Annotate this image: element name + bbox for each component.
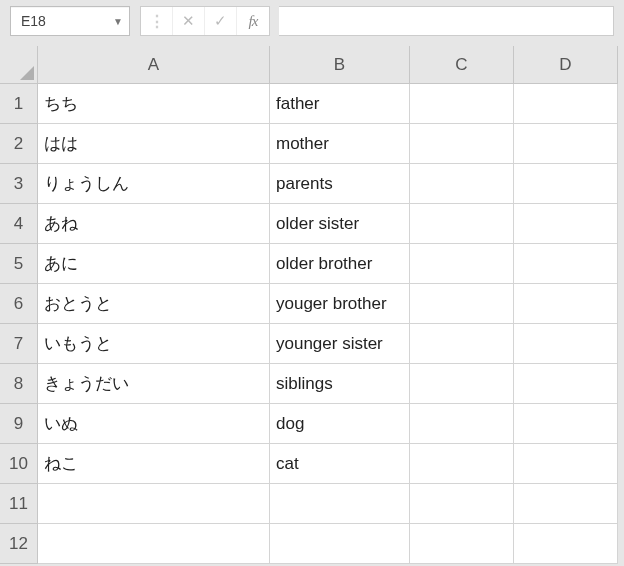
cell-C6[interactable]	[410, 284, 514, 324]
name-box-value: E18	[21, 13, 46, 29]
cancel-icon[interactable]: ✕	[173, 7, 205, 35]
cell-B8[interactable]: siblings	[270, 364, 410, 404]
row-header-7[interactable]: 7	[0, 324, 38, 364]
cell-C2[interactable]	[410, 124, 514, 164]
row-header-6[interactable]: 6	[0, 284, 38, 324]
column-header-D[interactable]: D	[514, 46, 618, 84]
column-header-C[interactable]: C	[410, 46, 514, 84]
cell-C12[interactable]	[410, 524, 514, 564]
cell-A1[interactable]: ちち	[38, 84, 270, 124]
table-row: 5あにolder brother	[0, 244, 624, 284]
cell-A10[interactable]: ねこ	[38, 444, 270, 484]
table-row: 1ちちfather	[0, 84, 624, 124]
table-row: 9いぬdog	[0, 404, 624, 444]
row-header-9[interactable]: 9	[0, 404, 38, 444]
cell-B5[interactable]: older brother	[270, 244, 410, 284]
cell-D2[interactable]	[514, 124, 618, 164]
table-row: 11	[0, 484, 624, 524]
name-box[interactable]: E18 ▼	[10, 6, 130, 36]
cell-B4[interactable]: older sister	[270, 204, 410, 244]
cell-A8[interactable]: きょうだい	[38, 364, 270, 404]
cell-A9[interactable]: いぬ	[38, 404, 270, 444]
cell-B3[interactable]: parents	[270, 164, 410, 204]
cell-C8[interactable]	[410, 364, 514, 404]
grid-body: 1ちちfather2ははmother3りょうしんparents4あねolder …	[0, 84, 624, 564]
cell-D1[interactable]	[514, 84, 618, 124]
row-header-2[interactable]: 2	[0, 124, 38, 164]
column-header-row: ABCD	[0, 46, 624, 84]
cell-C7[interactable]	[410, 324, 514, 364]
cell-B11[interactable]	[270, 484, 410, 524]
formula-bar-controls: ⋮ ✕ ✓ fx	[140, 6, 270, 36]
cell-A4[interactable]: あね	[38, 204, 270, 244]
cell-C11[interactable]	[410, 484, 514, 524]
cell-A3[interactable]: りょうしん	[38, 164, 270, 204]
table-row: 10ねこcat	[0, 444, 624, 484]
cell-C5[interactable]	[410, 244, 514, 284]
cell-B6[interactable]: youger brother	[270, 284, 410, 324]
formula-bar[interactable]	[279, 6, 614, 36]
table-row: 3りょうしんparents	[0, 164, 624, 204]
row-header-1[interactable]: 1	[0, 84, 38, 124]
cell-B9[interactable]: dog	[270, 404, 410, 444]
cell-A5[interactable]: あに	[38, 244, 270, 284]
cell-A7[interactable]: いもうと	[38, 324, 270, 364]
cell-B2[interactable]: mother	[270, 124, 410, 164]
cell-D8[interactable]	[514, 364, 618, 404]
fx-icon[interactable]: fx	[237, 7, 269, 35]
table-row: 12	[0, 524, 624, 564]
cell-D12[interactable]	[514, 524, 618, 564]
cell-C1[interactable]	[410, 84, 514, 124]
column-header-B[interactable]: B	[270, 46, 410, 84]
cell-D9[interactable]	[514, 404, 618, 444]
column-header-A[interactable]: A	[38, 46, 270, 84]
table-row: 4あねolder sister	[0, 204, 624, 244]
cell-D3[interactable]	[514, 164, 618, 204]
cell-A6[interactable]: おとうと	[38, 284, 270, 324]
cell-D5[interactable]	[514, 244, 618, 284]
table-row: 2ははmother	[0, 124, 624, 164]
cell-C10[interactable]	[410, 444, 514, 484]
row-header-11[interactable]: 11	[0, 484, 38, 524]
cell-D7[interactable]	[514, 324, 618, 364]
cell-B7[interactable]: younger sister	[270, 324, 410, 364]
select-all-triangle[interactable]	[0, 46, 38, 84]
cell-C3[interactable]	[410, 164, 514, 204]
cell-B12[interactable]	[270, 524, 410, 564]
cell-A12[interactable]	[38, 524, 270, 564]
table-row: 8きょうだいsiblings	[0, 364, 624, 404]
formula-toolbar: E18 ▼ ⋮ ✕ ✓ fx	[0, 0, 624, 46]
cell-D4[interactable]	[514, 204, 618, 244]
table-row: 7いもうとyounger sister	[0, 324, 624, 364]
row-header-4[interactable]: 4	[0, 204, 38, 244]
cell-A2[interactable]: はは	[38, 124, 270, 164]
cell-D6[interactable]	[514, 284, 618, 324]
table-row: 6おとうとyouger brother	[0, 284, 624, 324]
cell-B10[interactable]: cat	[270, 444, 410, 484]
confirm-icon[interactable]: ✓	[205, 7, 237, 35]
row-header-8[interactable]: 8	[0, 364, 38, 404]
cell-D10[interactable]	[514, 444, 618, 484]
cell-B1[interactable]: father	[270, 84, 410, 124]
row-header-3[interactable]: 3	[0, 164, 38, 204]
cell-A11[interactable]	[38, 484, 270, 524]
row-header-10[interactable]: 10	[0, 444, 38, 484]
cell-D11[interactable]	[514, 484, 618, 524]
divider-icon: ⋮	[141, 7, 173, 35]
row-header-12[interactable]: 12	[0, 524, 38, 564]
row-header-5[interactable]: 5	[0, 244, 38, 284]
cell-C4[interactable]	[410, 204, 514, 244]
cell-C9[interactable]	[410, 404, 514, 444]
chevron-down-icon[interactable]: ▼	[113, 16, 123, 27]
